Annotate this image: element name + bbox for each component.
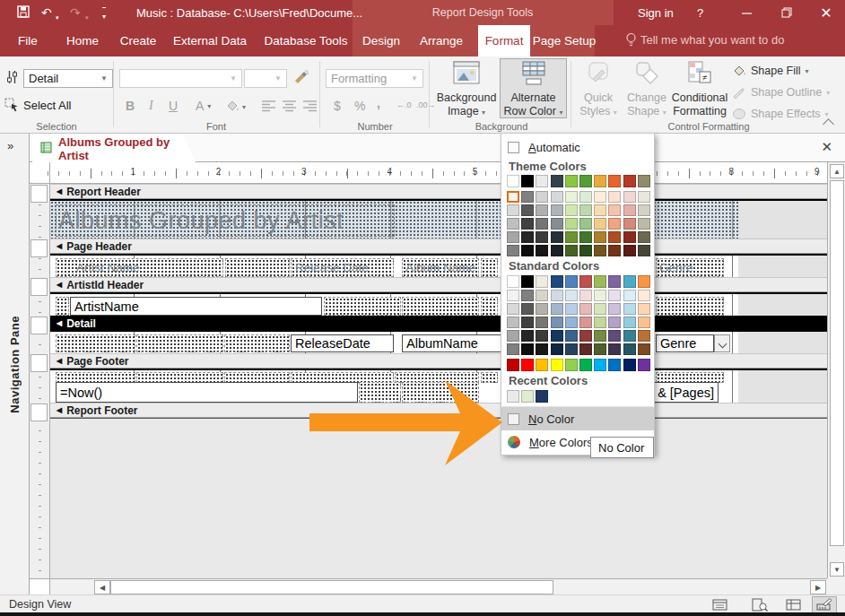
theme-color-variant-swatch[interactable] — [536, 191, 548, 203]
horizontal-scroll-thumb[interactable] — [110, 580, 553, 594]
standard-color-variant-swatch[interactable] — [507, 303, 519, 315]
label-release-date[interactable]: Release Date — [291, 258, 394, 277]
theme-color-variant-swatch[interactable] — [608, 204, 621, 216]
conditional-formatting-button[interactable]: ≠ Conditional Formatting — [672, 59, 727, 117]
textbox-artistname[interactable]: ArtistName — [70, 297, 322, 316]
standard-color-variant-swatch[interactable] — [638, 290, 650, 301]
theme-color-variant-swatch[interactable] — [638, 231, 650, 243]
shape-fill-button[interactable]: Shape Fill▾ — [732, 65, 809, 77]
label-genre[interactable]: Genre — [656, 258, 724, 277]
format-painter-icon[interactable] — [292, 67, 310, 89]
scroll-up-button[interactable]: ▲ — [830, 164, 844, 178]
standard-bright-swatch[interactable] — [551, 359, 563, 371]
standard-color-variant-swatch[interactable] — [536, 317, 548, 328]
standard-color-variant-swatch[interactable] — [521, 317, 534, 328]
theme-color-variant-swatch[interactable] — [594, 218, 606, 230]
selection-object-combo[interactable]: Detail▼ — [23, 69, 113, 88]
section-bar-detail[interactable]: ◀ Detail — [50, 316, 827, 331]
vertical-scroll-thumb[interactable] — [830, 180, 844, 546]
theme-color-variant-swatch[interactable] — [521, 191, 534, 203]
theme-color-variant-swatch[interactable] — [638, 218, 650, 230]
textbox-releasedate[interactable]: ReleaseDate — [291, 334, 394, 352]
standard-color-variant-swatch[interactable] — [623, 317, 636, 328]
select-all-button[interactable]: Select All — [4, 98, 71, 113]
theme-color-variant-swatch[interactable] — [521, 245, 534, 256]
section-bar-page-footer[interactable]: ◀ Page Footer — [50, 353, 827, 369]
standard-color-variant-swatch[interactable] — [638, 317, 650, 328]
standard-color-variant-swatch[interactable] — [536, 343, 548, 355]
theme-color-variant-swatch[interactable] — [579, 204, 592, 216]
theme-color-variant-swatch[interactable] — [608, 245, 621, 256]
standard-bright-swatch[interactable] — [594, 359, 606, 371]
standard-color-swatch[interactable] — [521, 275, 534, 288]
save-icon[interactable] — [16, 4, 30, 22]
standard-color-variant-swatch[interactable] — [594, 303, 606, 315]
standard-color-swatch[interactable] — [638, 275, 650, 288]
standard-color-variant-swatch[interactable] — [594, 330, 606, 342]
standard-color-variant-swatch[interactable] — [594, 343, 606, 355]
standard-color-variant-swatch[interactable] — [551, 330, 563, 342]
standard-color-variant-swatch[interactable] — [521, 303, 534, 315]
section-selector[interactable] — [30, 278, 48, 296]
design-view-icon[interactable] — [813, 597, 836, 612]
theme-color-swatch[interactable] — [594, 175, 606, 187]
theme-color-swatch[interactable] — [608, 175, 621, 187]
standard-color-variant-swatch[interactable] — [521, 330, 534, 342]
theme-color-variant-swatch[interactable] — [565, 204, 578, 216]
tab-database-tools[interactable]: Database Tools — [256, 25, 357, 56]
standard-color-variant-swatch[interactable] — [638, 343, 650, 355]
standard-color-swatch[interactable] — [623, 275, 636, 288]
theme-color-variant-swatch[interactable] — [565, 231, 578, 243]
close-document-icon[interactable]: ✕ — [821, 139, 832, 155]
theme-color-variant-swatch[interactable] — [608, 231, 621, 243]
tab-file[interactable]: File — [9, 25, 47, 56]
theme-color-variant-swatch[interactable] — [536, 218, 548, 230]
standard-color-variant-swatch[interactable] — [608, 330, 621, 342]
theme-color-variant-swatch[interactable] — [536, 231, 548, 243]
theme-color-variant-swatch[interactable] — [579, 231, 592, 243]
standard-bright-swatch[interactable] — [507, 359, 519, 371]
standard-color-swatch[interactable] — [536, 275, 548, 288]
section-selector[interactable] — [30, 185, 48, 203]
theme-color-variant-swatch[interactable] — [623, 218, 636, 230]
theme-color-variant-swatch[interactable] — [507, 204, 519, 216]
standard-color-variant-swatch[interactable] — [623, 303, 636, 315]
theme-color-variant-swatch[interactable] — [594, 231, 606, 243]
standard-bright-swatch[interactable] — [608, 359, 621, 371]
standard-bright-swatch[interactable] — [521, 359, 534, 371]
theme-color-swatch[interactable] — [579, 175, 592, 187]
report-title-label[interactable]: Albums Grouped by Artist — [56, 204, 395, 237]
theme-color-variant-swatch[interactable] — [551, 204, 563, 216]
section-selector[interactable] — [30, 403, 48, 421]
standard-color-variant-swatch[interactable] — [579, 330, 592, 342]
theme-color-variant-swatch[interactable] — [594, 191, 606, 203]
standard-color-variant-swatch[interactable] — [507, 330, 519, 342]
theme-color-variant-swatch[interactable] — [507, 218, 519, 230]
standard-bright-swatch[interactable] — [565, 359, 578, 371]
standard-color-variant-swatch[interactable] — [551, 303, 563, 315]
standard-color-variant-swatch[interactable] — [565, 330, 578, 342]
section-selector[interactable] — [30, 239, 48, 257]
standard-color-variant-swatch[interactable] — [623, 330, 636, 342]
standard-color-variant-swatch[interactable] — [608, 317, 621, 328]
report-view-icon[interactable] — [709, 597, 732, 612]
undo-icon[interactable]: ↶ — [41, 4, 52, 21]
theme-color-variant-swatch[interactable] — [551, 245, 563, 256]
print-preview-icon[interactable] — [748, 597, 771, 612]
alternate-row-color-button[interactable]: Alternate Row Color ▾ — [501, 59, 566, 117]
standard-color-variant-swatch[interactable] — [638, 330, 650, 342]
theme-color-swatch[interactable] — [623, 175, 636, 187]
theme-color-variant-swatch[interactable] — [507, 245, 519, 256]
background-image-button[interactable]: Background Image ▾ — [434, 59, 499, 117]
standard-bright-swatch[interactable] — [579, 359, 592, 371]
theme-color-swatch[interactable] — [507, 175, 519, 187]
standard-color-swatch[interactable] — [579, 275, 592, 288]
recent-color-swatch[interactable] — [521, 390, 534, 403]
standard-color-variant-swatch[interactable] — [507, 317, 519, 328]
theme-color-variant-swatch[interactable] — [579, 218, 592, 230]
minimize-button[interactable] — [731, 0, 762, 25]
tab-create[interactable]: Create — [111, 25, 166, 56]
horizontal-scrollbar[interactable]: ◀ ▶ — [50, 578, 827, 594]
theme-color-variant-swatch[interactable] — [608, 218, 621, 230]
theme-color-variant-swatch[interactable] — [579, 191, 592, 203]
